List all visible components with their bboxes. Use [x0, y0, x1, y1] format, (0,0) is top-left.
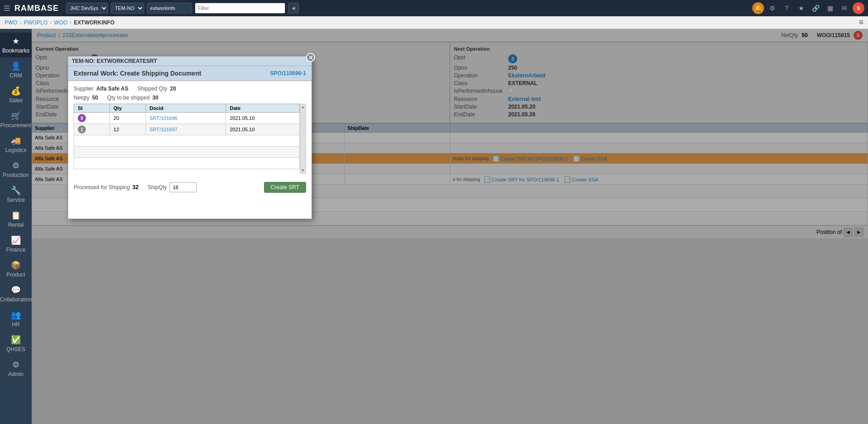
modal-netqty-value: 50: [92, 95, 98, 101]
collaboration-icon: 💬: [11, 285, 21, 295]
bookmarks-icon: ★: [12, 36, 19, 46]
hr-icon: 👥: [11, 310, 21, 320]
processed-value: 32: [132, 184, 138, 191]
sidebar-item-production[interactable]: ⚙ Production: [0, 157, 32, 182]
app-logo: RAMBASE: [14, 4, 59, 13]
sidebar-item-crm[interactable]: 👤 CRM: [0, 57, 32, 82]
crm-icon: 👤: [11, 61, 21, 71]
breadcrumb-pwo[interactable]: PWO: [5, 19, 18, 26]
grid-button[interactable]: ▦: [824, 2, 836, 14]
breadcrumb-current: EXTWORKINFO: [74, 19, 114, 26]
sidebar-item-finance[interactable]: 📈 Finance: [0, 232, 32, 257]
modal-footer: Processed for Shipping 32 ShipQty Create…: [68, 178, 311, 196]
sidebar-label-product: Product: [6, 272, 25, 278]
modal-table: St Qty Docid Date 9: [74, 104, 300, 169]
sales-icon: 💰: [11, 86, 21, 96]
modal-tem-bar: TEM-NO: EXTWORKCREATESRT: [68, 57, 311, 66]
modal-cell-qty: 20: [110, 113, 146, 124]
modal-table-row-empty: [74, 147, 300, 158]
row1-st-badge: 9: [78, 114, 86, 122]
modal-scrollbar[interactable]: ▲ ▼: [300, 104, 306, 174]
modal-netqty-field: Netqty 50: [74, 95, 98, 101]
sidebar-item-procurement[interactable]: 🛒 Procurement: [0, 107, 32, 132]
hamburger-right-icon[interactable]: ≡: [859, 18, 863, 27]
modal-col-date: Date: [226, 104, 300, 113]
sidebar-label-rental: Rental: [8, 222, 24, 228]
sidebar-item-logistics[interactable]: 🚚 Logistics: [0, 132, 32, 157]
modal-cell-qty: 12: [110, 124, 146, 135]
sidebar-item-service[interactable]: 🔧 Service: [0, 182, 32, 207]
help-button[interactable]: ?: [780, 2, 793, 14]
modal-table-row-empty: [74, 158, 300, 169]
alert-button[interactable]: 🔔: [752, 2, 764, 14]
row2-st-badge: 1: [78, 125, 86, 133]
procurement-icon: 🛒: [11, 111, 21, 121]
sidebar-label-sales: Sales: [9, 97, 23, 104]
modal-table-row: 1 12 SRT/101697 2021.05.10: [74, 124, 300, 135]
modal-col-qty: Qty: [110, 104, 146, 113]
modal-qty-to-ship-field: Qty to be shipped 30: [107, 95, 158, 101]
sidebar-item-rental[interactable]: 📋 Rental: [0, 207, 32, 232]
top-nav: ☰ RAMBASE JHC DevSys TEM-NO ◄ 🔔 ⚙ ? ★ 🔗 …: [0, 0, 868, 16]
sidebar: ★ Bookmarks 👤 CRM 💰 Sales 🛒 Procurement …: [0, 29, 32, 424]
admin-icon: ⚙: [12, 360, 19, 370]
content-area: Product | 233Externalworkprocesses NetQt…: [32, 29, 868, 424]
company-select[interactable]: JHC DevSys: [66, 3, 108, 14]
sidebar-label-qhses: QHSES: [6, 346, 25, 353]
modal-dialog: TEM-NO: EXTWORKCREATESRT ✕ External Work…: [68, 56, 312, 219]
ship-qty-input[interactable]: [170, 182, 197, 192]
modal-qty-to-ship-value: 30: [152, 95, 158, 101]
sidebar-item-sales[interactable]: 💰 Sales: [0, 82, 32, 107]
filter-go-button[interactable]: ◄: [288, 3, 299, 14]
modal-info-row-2: Netqty 50 Qty to be shipped 30: [74, 95, 306, 101]
modal-spo-ref: SPO/110696-1: [270, 70, 306, 76]
rental-icon: 📋: [11, 210, 21, 220]
sidebar-item-collaboration[interactable]: 💬 Collaboration: [0, 281, 32, 306]
service-icon: 🔧: [11, 186, 21, 195]
sidebar-label-collaboration: Collaboration: [0, 296, 32, 303]
ship-qty-field: ShipQty: [147, 182, 197, 192]
mail-button[interactable]: ✉: [838, 2, 851, 14]
modal-cell-date: 2021.05.10: [226, 124, 300, 135]
modal-close-button[interactable]: ✕: [306, 53, 315, 62]
modal-body: Supplier Alfa Safe AS Shipped Qty 20 Net…: [68, 81, 311, 178]
hamburger-icon[interactable]: ☰: [4, 4, 10, 13]
modal-info-row-1: Supplier Alfa Safe AS Shipped Qty 20: [74, 86, 306, 92]
sidebar-label-production: Production: [3, 172, 28, 178]
tem-select[interactable]: TEM-NO: [111, 3, 144, 14]
bookmark-button[interactable]: ★: [795, 2, 807, 14]
product-icon: 📦: [11, 260, 21, 270]
sidebar-label-crm: CRM: [9, 72, 22, 79]
modal-cell-st: 9: [74, 113, 110, 124]
nav-icons: 🔔 ⚙ ? ★ 🔗 ▦ ✉ S: [752, 2, 864, 14]
filter-input[interactable]: [195, 3, 285, 14]
sidebar-item-product[interactable]: 📦 Product: [0, 257, 32, 281]
sidebar-item-bookmarks[interactable]: ★ Bookmarks: [0, 33, 32, 57]
nav-input[interactable]: [147, 3, 192, 14]
modal-cell-date: 2021.05.10: [226, 113, 300, 124]
modal-shipped-qty-field: Shipped Qty 20: [137, 86, 176, 92]
modal-tem-label: TEM-NO: EXTWORKCREATESRT: [72, 58, 157, 64]
breadcrumb-pwoplo[interactable]: PWOPLO: [24, 19, 48, 26]
production-icon: ⚙: [12, 161, 19, 171]
modal-cell-docid: SRT/101696: [146, 113, 226, 124]
modal-cell-docid: SRT/101697: [146, 124, 226, 135]
sidebar-item-admin[interactable]: ⚙ Admin: [0, 356, 32, 381]
link-button[interactable]: 🔗: [809, 2, 822, 14]
modal-header: External Work: Create Shipping Document …: [68, 66, 311, 81]
sidebar-label-finance: Finance: [6, 247, 26, 253]
modal-table-row: 9 20 SRT/101696 2021.05.10: [74, 113, 300, 124]
sidebar-item-hr[interactable]: 👥 HR: [0, 306, 32, 331]
breadcrumb-woo[interactable]: WOO: [54, 19, 67, 26]
sidebar-item-qhses[interactable]: ✅ QHSES: [0, 331, 32, 356]
logistics-icon: 🚚: [11, 136, 21, 146]
sidebar-label-logistics: Logistics: [5, 147, 27, 153]
modal-shipped-qty-value: 20: [170, 86, 176, 92]
sidebar-label-admin: Admin: [8, 371, 24, 377]
modal-title: External Work: Create Shipping Document: [74, 70, 201, 77]
finance-icon: 📈: [11, 235, 21, 245]
user-button[interactable]: S: [853, 2, 864, 14]
settings-button[interactable]: ⚙: [766, 2, 778, 14]
create-srt-button[interactable]: Create SRT: [264, 182, 306, 193]
modal-supplier-value: Alfa Safe AS: [96, 86, 128, 92]
